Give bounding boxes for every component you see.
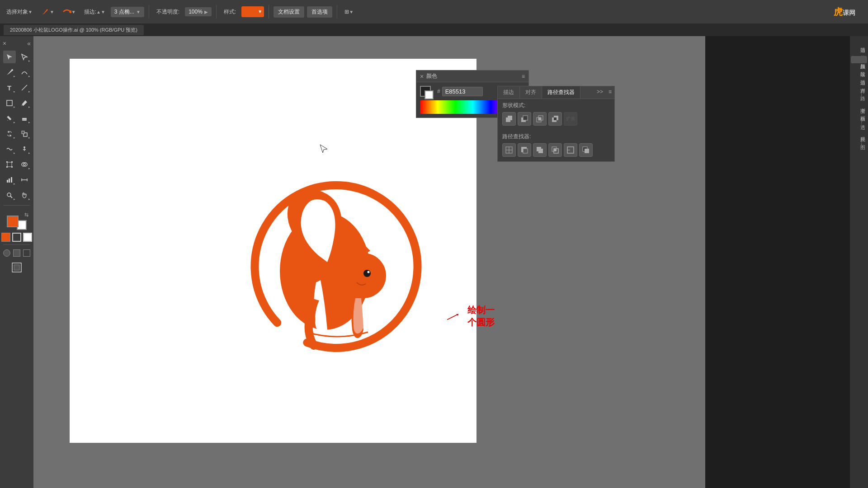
free-transform-btn[interactable] (3, 158, 16, 171)
logo-container[interactable] (241, 172, 431, 361)
curvature-tool-btn[interactable]: ▸ (18, 66, 31, 79)
selection-tool-btn[interactable] (3, 51, 16, 63)
pf-tab-align[interactable]: 对齐 (520, 86, 542, 99)
line-icon (21, 84, 28, 91)
sidebar-label-artboard[interactable]: 画板 (851, 109, 867, 116)
zoom-btn[interactable]: ▸ (3, 189, 16, 202)
toolbar-close-button[interactable]: × (3, 40, 6, 47)
artboard-tool-btn[interactable] (10, 261, 23, 274)
pf-outline-btn[interactable] (564, 143, 577, 157)
pf-tab-list-button[interactable]: ≡ (606, 86, 614, 99)
arrange-button[interactable]: ⊞ ▼ (342, 8, 356, 16)
shape-builder-icon (21, 161, 28, 168)
mode-icon-2[interactable] (13, 249, 20, 257)
shape-minus-front-btn[interactable] (518, 112, 531, 126)
tool-row-6: ▸ ▸ (0, 127, 33, 141)
toolbar-close-row: × « (0, 40, 33, 47)
sidebar-label-gradient[interactable]: 渐变 (851, 101, 867, 108)
select-tool-arrow: ▼ (28, 9, 33, 14)
svg-rect-9 (22, 131, 24, 134)
arrange-arrow: ▼ (349, 9, 354, 14)
color-panel-menu-icon[interactable]: ≡ (522, 73, 525, 80)
color-mode-none[interactable] (23, 233, 32, 242)
sidebar-label-align[interactable]: 对齐 (851, 80, 867, 88)
shape-unite-btn[interactable] (502, 112, 516, 126)
svg-rect-39 (508, 116, 512, 120)
doc-settings-button[interactable]: 文档设置 (274, 6, 304, 18)
foreground-color-swatch[interactable] (7, 216, 19, 227)
sidebar-label-color[interactable]: 颜 (851, 56, 867, 63)
rotate-tool-btn[interactable]: ▸ (3, 127, 16, 140)
color-panel-header: × 颜色 ≡ (416, 70, 528, 82)
shape-intersect-btn[interactable] (533, 112, 547, 126)
puppet-icon (21, 145, 28, 153)
svg-rect-47 (554, 117, 557, 120)
paintbrush-tool-btn[interactable]: ▸ (18, 97, 31, 109)
eraser-tool-btn[interactable]: ▸ (18, 112, 31, 125)
tool-row-4: ▸ ▸ (0, 96, 33, 110)
opacity-dropdown[interactable]: 100% ▶ (185, 7, 212, 16)
mode-icon-3[interactable] (23, 249, 30, 257)
document-tab[interactable]: 20200806 小松鼠LOGO操作.ai @ 100% (RGB/GPU 预览… (4, 25, 144, 35)
pencil-tool-btn[interactable]: ▸ (3, 112, 16, 125)
pf-tab-expand-button[interactable]: >> (594, 86, 606, 99)
sidebar-label-paragraph[interactable]: 段落 (851, 64, 867, 71)
pf-crop-btn[interactable] (548, 143, 562, 157)
shape-exclude-btn[interactable] (548, 112, 562, 126)
color-controls: ⇆ (1, 212, 32, 242)
shape-expand-btn[interactable]: 扩展 (564, 112, 577, 126)
puppet-tool-btn[interactable]: ▸ (18, 143, 31, 155)
sidebar-label-stroke2[interactable]: 描边 (851, 72, 867, 80)
line-tool-btn[interactable]: ▸ (18, 81, 31, 94)
opacity-label: 不透明度: (154, 7, 182, 17)
sidebar-label-stroke[interactable]: 描边 (851, 40, 867, 47)
measure-btn[interactable] (18, 174, 31, 186)
warp-tool-btn[interactable]: ▸ (3, 143, 16, 155)
shape-builder-btn[interactable]: ▸ (18, 158, 31, 171)
sidebar-label-transparent[interactable]: 透... (851, 117, 867, 128)
svg-rect-13 (7, 162, 12, 167)
style-swatch[interactable]: ▼ (241, 6, 264, 17)
pen-tool-btn[interactable]: ▸ (3, 66, 16, 79)
stroke-size-dropdown[interactable]: 3 点椭... ▼ (111, 7, 144, 17)
crop-icon (551, 146, 559, 154)
hex-input[interactable] (442, 87, 483, 96)
toolbar-collapse-button[interactable]: « (27, 40, 31, 47)
chart-btn[interactable]: ▸ (3, 174, 16, 186)
svg-rect-3 (7, 100, 12, 106)
color-mode-fill[interactable] (1, 233, 10, 242)
pf-tab-stroke[interactable]: 描边 (498, 86, 520, 99)
color-swatch-container: ⇆ (5, 212, 28, 230)
minus-front-icon (520, 115, 528, 123)
pf-minus-back-btn[interactable] (579, 143, 593, 157)
stroke-mode-button[interactable]: ▼ (60, 6, 79, 17)
first-tour-button[interactable]: 首选项 (307, 6, 332, 18)
sidebar-label-appearance[interactable]: 外观 (851, 129, 867, 136)
color-bg-swatch[interactable] (425, 90, 434, 99)
sidebar-label-image[interactable]: 图... (851, 137, 867, 149)
pf-divide-btn[interactable] (502, 143, 516, 157)
scale-tool-btn[interactable]: ▸ (18, 127, 31, 140)
direct-selection-icon (21, 53, 28, 61)
shape-mode-buttons: 扩展 (502, 112, 610, 126)
rect-tool-btn[interactable]: ▸ (3, 97, 16, 109)
pen-tool-button[interactable]: ▼ (38, 6, 57, 17)
tool-row-9: ▸ (0, 173, 33, 187)
swap-colors-button[interactable]: ⇆ (24, 212, 28, 218)
type-tool-btn[interactable]: T ▸ (3, 81, 16, 94)
mode-icon-1[interactable] (3, 249, 10, 257)
hand-btn[interactable]: ▸ (18, 189, 31, 202)
direct-selection-tool-btn[interactable]: ▸ (18, 51, 31, 63)
stroke-size-value: 3 点椭... (114, 8, 134, 16)
stroke-dropdown-arrow: ▼ (136, 9, 141, 14)
pf-trim-btn[interactable] (518, 143, 531, 157)
color-mode-stroke[interactable] (12, 233, 21, 242)
select-tool-button[interactable]: 选择对象 ▼ (4, 7, 35, 17)
pf-merge-btn[interactable] (533, 143, 547, 157)
white-canvas[interactable]: 绘制一个圆形 (70, 59, 476, 443)
opacity-arrow: ▶ (204, 9, 208, 14)
pf-tab-pathfinder[interactable]: 路径查找器 (542, 86, 580, 99)
color-panel-close-button[interactable]: × (420, 73, 424, 80)
sidebar-label-char[interactable]: 字符 (851, 48, 867, 55)
sidebar-label-path[interactable]: 路... (851, 89, 867, 100)
